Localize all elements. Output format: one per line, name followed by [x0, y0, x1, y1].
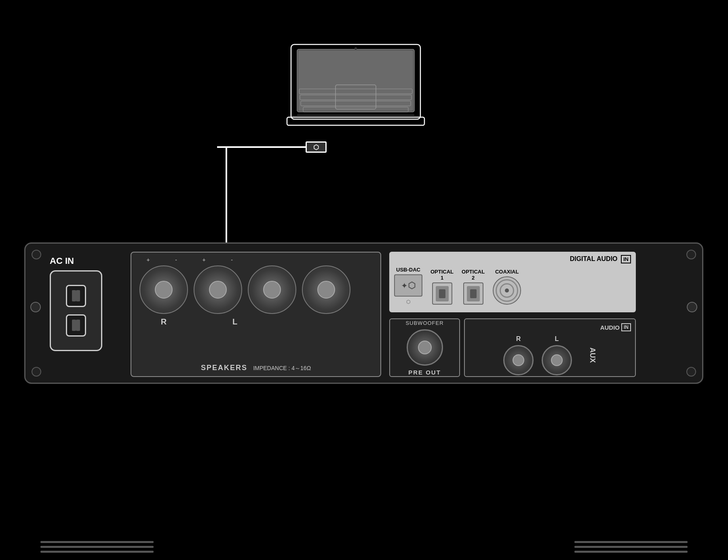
usb-dac-port[interactable]: ⬡ [394, 274, 422, 297]
rca-r-jack[interactable] [503, 345, 534, 375]
digital-ports: USB-DAC ⬡ ⬡ OPTICAL1 OPTICAL2 [394, 267, 631, 305]
rca-l-jack[interactable] [542, 345, 572, 375]
speaker-l-label: L [232, 317, 237, 326]
digital-audio-section: DIGITAL AUDIO IN USB-DAC ⬡ ⬡ OPTICAL1 O [389, 252, 636, 312]
corner-screw-tl [32, 250, 41, 259]
ac-in-section: AC IN [50, 256, 122, 369]
amplifier-body: AC IN + - + - [24, 242, 703, 384]
preout-section: SUBWOOFER PRE OUT [389, 318, 460, 377]
ac-socket-bottom [66, 314, 86, 337]
speaker-r-label: R [161, 317, 167, 326]
audio-ports: R L AUX [469, 335, 631, 375]
audio-label: AUDIO [600, 324, 620, 331]
optical2-port-group: OPTICAL2 [462, 269, 485, 305]
optical1-port[interactable] [432, 282, 452, 305]
speaker-terminal-r-pos [139, 265, 188, 314]
digital-in-badge: IN [621, 255, 631, 263]
coaxial-port-group: COAXIAL [493, 269, 521, 305]
subwoofer-label: SUBWOOFER [405, 320, 443, 326]
audio-in-section: AUDIO IN R L AUX [464, 318, 636, 377]
optical1-port-group: OPTICAL1 [430, 269, 454, 305]
ac-in-label: AC IN [50, 256, 122, 266]
ac-socket-top [66, 285, 86, 307]
svg-rect-0 [287, 117, 424, 125]
side-screw-right [687, 302, 697, 312]
coaxial-port[interactable] [493, 276, 521, 305]
corner-screw-tr [686, 250, 696, 259]
coaxial-label: COAXIAL [495, 269, 519, 275]
optical2-label: OPTICAL2 [462, 269, 485, 281]
preout-knob[interactable] [407, 329, 443, 366]
audio-l-group: L [542, 335, 572, 375]
usb-dac-port-group: USB-DAC ⬡ ⬡ [394, 267, 422, 305]
digital-audio-label: DIGITAL AUDIO IN [394, 255, 631, 263]
audio-in-header: AUDIO IN [469, 323, 631, 331]
speaker-terminal-l-pos [248, 265, 296, 314]
speakers-label: SPEAKERS [201, 364, 247, 372]
audio-in-badge: IN [621, 323, 631, 331]
corner-screw-br [686, 367, 696, 377]
optical2-port[interactable] [463, 282, 483, 305]
svg-point-10 [355, 47, 357, 50]
svg-rect-3 [298, 51, 413, 111]
side-screw-left [30, 302, 41, 312]
audio-r-label: R [516, 335, 521, 343]
speakers-section: + - + - R L [131, 252, 381, 377]
usb-dac-label: USB-DAC [396, 267, 420, 273]
audio-r-group: R [503, 335, 534, 375]
usb-symbol-bottom: ⬡ [406, 299, 410, 305]
speaker-terminal-l-neg [302, 265, 350, 314]
corner-screw-bl [32, 367, 41, 377]
impedance-label: IMPEDANCE : 4～16Ω [253, 365, 311, 371]
speakers-info: SPEAKERS IMPEDANCE : 4～16Ω [131, 364, 380, 372]
bottom-lines-right [574, 541, 688, 553]
bottom-lines-left [40, 541, 154, 553]
speaker-terminal-r-neg [194, 265, 242, 314]
optical1-label: OPTICAL1 [430, 269, 454, 281]
ac-socket [50, 270, 102, 351]
aux-label: AUX [588, 347, 597, 363]
audio-l-label: L [555, 335, 559, 343]
preout-label: PRE OUT [408, 369, 441, 376]
